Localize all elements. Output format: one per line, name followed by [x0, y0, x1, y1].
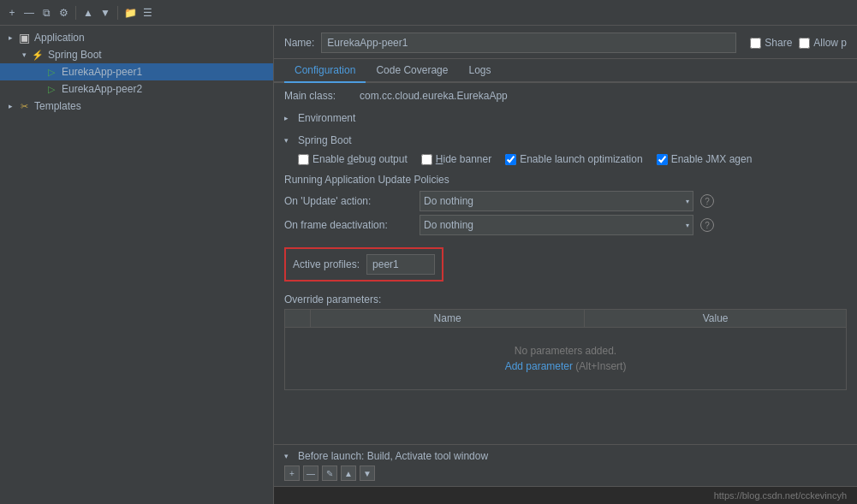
spring-boot-label: Spring Boot — [48, 49, 102, 61]
share-label: Share — [765, 37, 792, 49]
enable-jmx-checkbox[interactable] — [657, 154, 668, 165]
enable-debug-option: Enable debug output — [298, 153, 408, 165]
main-class-row: Main class: com.cc.cloud.eureka.EurekaAp… — [284, 90, 847, 102]
on-update-help-icon[interactable]: ? — [700, 194, 714, 208]
spring-boot-section-title: Spring Boot — [298, 134, 352, 146]
expand-arrow-application: ▸ — [3, 31, 17, 44]
sidebar: ▸ ▣ Application ▾ ⚡ Spring Boot ▷ Eureka… — [0, 26, 274, 504]
table-header-check — [285, 310, 311, 328]
active-profiles-label: Active profiles: — [293, 258, 360, 270]
before-launch-title: Before launch: Build, Activate tool wind… — [298, 450, 488, 462]
allow-checkbox[interactable] — [799, 38, 810, 49]
on-frame-label: On frame deactivation: — [284, 219, 413, 231]
name-label: Name: — [284, 37, 314, 49]
share-checkbox-group: Share — [750, 37, 792, 49]
params-table: Name Value No parameters added. Add para… — [284, 309, 847, 390]
tab-configuration[interactable]: Configuration — [284, 59, 366, 83]
remove-icon[interactable]: — — [22, 6, 36, 20]
active-profiles-row: Active profiles: — [284, 247, 443, 282]
no-params-text: No parameters added. — [302, 345, 829, 357]
sidebar-item-templates[interactable]: ▸ ✂ Templates — [0, 98, 273, 115]
name-input[interactable] — [321, 33, 736, 53]
application-icon: ▣ — [17, 31, 31, 44]
environment-section-header[interactable]: ▸ Environment — [284, 109, 847, 127]
name-row: Name: Share Allow p — [274, 26, 857, 59]
on-frame-row: On frame deactivation: Do nothing ▾ ? — [284, 215, 847, 235]
on-update-arrow: ▾ — [686, 198, 689, 205]
before-launch-up-btn[interactable]: ▲ — [341, 465, 356, 481]
expand-arrow-templates: ▸ — [3, 99, 17, 113]
tab-code-coverage[interactable]: Code Coverage — [366, 59, 458, 83]
override-section: Override parameters: Name Value No param… — [284, 294, 847, 390]
right-panel: Name: Share Allow p Configuration Code C… — [274, 26, 857, 504]
add-icon[interactable]: + — [5, 6, 19, 20]
sidebar-item-spring-boot[interactable]: ▾ ⚡ Spring Boot — [0, 46, 273, 63]
expand-arrow-spring-boot: ▾ — [17, 48, 31, 62]
eureka-peer2-label: EurekaApp-peer2 — [62, 83, 142, 95]
sidebar-item-eureka-peer2[interactable]: ▷ EurekaApp-peer2 — [0, 80, 273, 98]
hide-banner-label: Hide banner — [436, 153, 491, 165]
on-update-select[interactable]: Do nothing ▾ — [420, 191, 693, 211]
before-launch-down-btn[interactable]: ▼ — [360, 465, 375, 481]
environment-title: Environment — [298, 112, 355, 124]
enable-jmx-label: Enable JMX agen — [671, 153, 753, 165]
spring-boot-icon: ⚡ — [31, 48, 45, 62]
run-config-icon-peer2: ▷ — [45, 82, 58, 96]
menu-icon[interactable]: ☰ — [140, 6, 154, 20]
policy-title: Running Application Update Policies — [284, 174, 847, 186]
settings-icon[interactable]: ⚙ — [57, 6, 70, 20]
header-buttons: Share Allow p — [750, 37, 847, 49]
before-launch-remove-btn[interactable]: — — [303, 465, 318, 481]
no-arrow-peer1 — [31, 65, 45, 79]
on-update-value: Do nothing — [424, 195, 473, 207]
separator2 — [117, 6, 118, 20]
application-label: Application — [34, 32, 85, 44]
policy-section: Running Application Update Policies On '… — [284, 174, 847, 235]
main-container: ▸ ▣ Application ▾ ⚡ Spring Boot ▷ Eureka… — [0, 26, 857, 504]
eureka-peer1-label: EurekaApp-peer1 — [62, 66, 142, 78]
table-header-value: Value — [585, 310, 847, 328]
spring-boot-options: Enable debug output Hide banner Enable l… — [284, 150, 847, 169]
sidebar-item-application[interactable]: ▸ ▣ Application — [0, 29, 273, 46]
enable-launch-checkbox[interactable] — [505, 154, 516, 165]
before-launch-toolbar: + — ✎ ▲ ▼ — [284, 465, 847, 481]
allow-label: Allow p — [813, 37, 847, 49]
hide-banner-option: Hide banner — [421, 153, 491, 165]
no-params-cell: No parameters added. Add parameter (Alt+… — [285, 328, 847, 390]
on-frame-select[interactable]: Do nothing ▾ — [420, 215, 693, 235]
separator — [75, 6, 76, 20]
on-frame-value: Do nothing — [424, 219, 473, 231]
add-param-link[interactable]: Add parameter — [505, 360, 573, 372]
sort-icon[interactable]: ▲ — [81, 6, 95, 20]
hide-banner-checkbox[interactable] — [421, 154, 432, 165]
share-checkbox[interactable] — [750, 38, 761, 49]
tab-logs[interactable]: Logs — [458, 59, 501, 83]
tabs-row: Configuration Code Coverage Logs — [274, 59, 857, 83]
bottom-bar: https://blog.csdn.net/cckevincyh — [274, 486, 857, 504]
on-frame-help-icon[interactable]: ? — [700, 218, 714, 232]
environment-arrow: ▸ — [284, 114, 295, 122]
enable-launch-option: Enable launch optimization — [505, 153, 642, 165]
allow-checkbox-group: Allow p — [799, 37, 847, 49]
on-update-row: On 'Update' action: Do nothing ▾ ? — [284, 191, 847, 211]
spring-boot-section-header[interactable]: ▾ Spring Boot — [284, 131, 847, 150]
templates-icon: ✂ — [17, 99, 31, 113]
before-launch-header: ▾ Before launch: Build, Activate tool wi… — [284, 450, 847, 462]
enable-debug-checkbox[interactable] — [298, 154, 309, 165]
toolbar: + — ⧉ ⚙ ▲ ▼ 📁 ☰ — [0, 0, 857, 26]
active-profiles-input[interactable] — [366, 254, 435, 275]
copy-icon[interactable]: ⧉ — [39, 6, 53, 20]
sort-down-icon[interactable]: ▼ — [98, 6, 112, 20]
table-header-name: Name — [311, 310, 585, 328]
main-class-value: com.cc.cloud.eureka.EurekaApp — [360, 90, 847, 102]
sidebar-item-eureka-peer1[interactable]: ▷ EurekaApp-peer1 — [0, 63, 273, 80]
folder-icon[interactable]: 📁 — [123, 6, 137, 20]
templates-label: Templates — [34, 100, 81, 112]
before-launch-add-btn[interactable]: + — [284, 465, 300, 481]
before-launch-edit-btn[interactable]: ✎ — [322, 465, 337, 481]
on-update-label: On 'Update' action: — [284, 195, 413, 207]
on-frame-arrow: ▾ — [686, 222, 689, 229]
no-arrow-peer2 — [31, 82, 45, 96]
run-config-icon-peer1: ▷ — [45, 65, 58, 79]
add-param-shortcut: (Alt+Insert) — [575, 360, 626, 372]
